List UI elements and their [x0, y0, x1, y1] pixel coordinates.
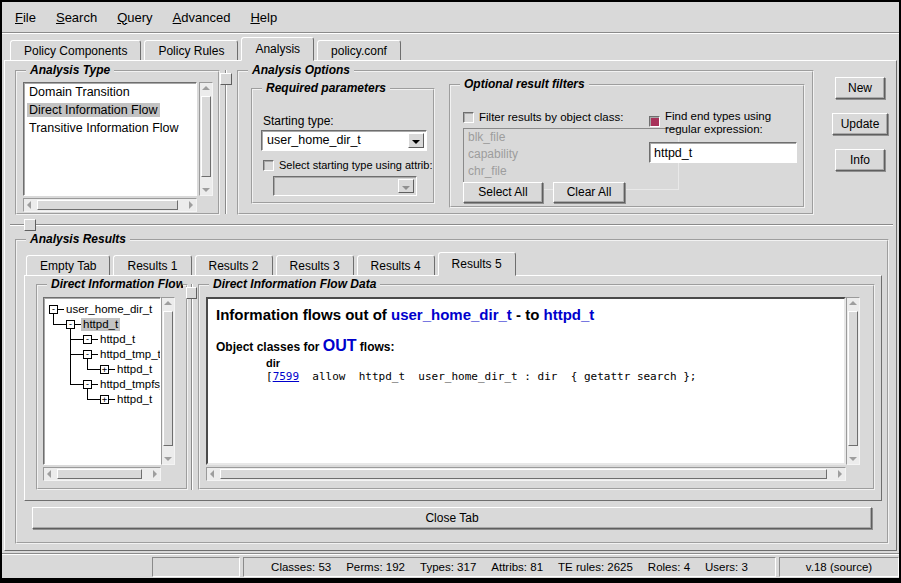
info-button[interactable]: Info [835, 149, 885, 171]
menu-search[interactable]: Search [46, 8, 107, 27]
tree-data-sash[interactable] [191, 284, 193, 490]
scrollbar-thumb[interactable] [37, 200, 178, 210]
options-sash-handle[interactable] [220, 73, 232, 85]
analysis-type-item[interactable]: Direct Information Flow [24, 101, 196, 119]
analysis-type-vscrollbar[interactable] [199, 82, 213, 196]
source-type: user_home_dir_t [391, 306, 512, 323]
analysis-type-item[interactable]: Domain Transition [24, 83, 196, 101]
scrollbar-thumb[interactable] [848, 311, 858, 446]
scrollbar-thumb[interactable] [57, 469, 142, 479]
scrollbar-thumb[interactable] [201, 96, 211, 177]
flow-tree-vscrollbar[interactable] [161, 297, 175, 465]
tree-node-httpd-t[interactable]: httpd_t [81, 318, 120, 331]
flow-data-text[interactable]: Information flows out of user_home_dir_t… [206, 297, 846, 465]
analysis-type-list[interactable]: Domain TransitionDirect Information Flow… [23, 82, 197, 196]
select-all-button[interactable]: Select All [463, 182, 543, 203]
object-class-item: chr_file [464, 163, 678, 180]
tree-collapse-icon[interactable]: - [83, 350, 92, 359]
tree-connector-line [87, 369, 100, 370]
starting-type-combobox[interactable]: user_home_dir_t [261, 130, 427, 151]
results-sash[interactable] [10, 224, 893, 226]
tree-expand-icon[interactable]: + [100, 365, 109, 374]
object-class-item: capability [464, 146, 678, 163]
statusbar-divider [2, 553, 899, 555]
object-class-checkbox-label: Filter results by object class: [479, 111, 623, 123]
tab-analysis[interactable]: Analysis [241, 37, 314, 61]
stat-roles: Roles: 4 [648, 561, 690, 573]
close-tab-button[interactable]: Close Tab [32, 507, 872, 529]
attrib-checkbox[interactable] [263, 160, 274, 171]
tree-collapse-icon[interactable]: - [66, 320, 75, 329]
rule-id-link[interactable]: 7599 [273, 370, 300, 383]
main-tab-bar: Policy ComponentsPolicy RulesAnalysispol… [10, 37, 404, 61]
results-tab-results-3[interactable]: Results 3 [276, 255, 354, 276]
tree-data-sash-handle[interactable] [186, 287, 197, 299]
analysis-type-hscrollbar[interactable] [23, 198, 197, 212]
options-sash[interactable] [225, 70, 227, 214]
tree-node-httpd-t[interactable]: httpd_t [115, 393, 154, 406]
scrollbar-thumb[interactable] [220, 469, 827, 479]
tree-expand-icon[interactable]: + [100, 395, 109, 404]
scroll-left-icon[interactable] [27, 201, 31, 209]
scroll-right-icon[interactable] [153, 470, 157, 478]
tree-node-user-home-dir-t[interactable]: user_home_dir_t [64, 303, 154, 316]
tab-policy-conf[interactable]: policy.conf [317, 40, 401, 61]
menu-advanced[interactable]: Advanced [163, 8, 241, 27]
results-tab-results-4[interactable]: Results 4 [357, 255, 435, 276]
flow-tree[interactable]: -user_home_dir_t-httpd_t-httpd_t-httpd_t… [43, 297, 161, 465]
results-sash-handle[interactable] [24, 219, 36, 231]
menu-query[interactable]: Query [107, 8, 162, 27]
menu-file[interactable]: File [5, 8, 46, 27]
tree-node-httpd-tmpfs-t[interactable]: httpd_tmpfs_t [98, 378, 161, 391]
object-class-list: blk_filecapabilitychr_file [463, 128, 679, 190]
scroll-down-icon[interactable] [849, 457, 857, 461]
stat-te-rules: TE rules: 2625 [558, 561, 633, 573]
scrollbar-thumb[interactable] [163, 311, 173, 446]
tree-connector-line [70, 384, 83, 385]
scroll-up-icon[interactable] [202, 86, 210, 90]
stat-attribs: Attribs: 81 [491, 561, 543, 573]
analysis-options-group: Analysis Options Required parameters Sta… [237, 70, 814, 215]
object-class-checkbox[interactable] [463, 112, 474, 123]
flow-data-hscrollbar[interactable] [206, 467, 846, 481]
scroll-up-icon[interactable] [849, 301, 857, 305]
results-tab-results-5[interactable]: Results 5 [438, 252, 516, 276]
flow-tree-hscrollbar[interactable] [43, 467, 161, 481]
tab-policy-components[interactable]: Policy Components [10, 40, 141, 61]
results-tab-results-2[interactable]: Results 2 [195, 255, 273, 276]
scroll-down-icon[interactable] [164, 457, 172, 461]
results-tab-empty-tab[interactable]: Empty Tab [26, 255, 110, 276]
tree-node-httpd-t[interactable]: httpd_t [98, 333, 137, 346]
clear-all-button[interactable]: Clear All [553, 182, 625, 203]
flow-direction: OUT [323, 337, 357, 354]
tree-collapse-icon[interactable]: - [83, 380, 92, 389]
starting-type-dropdown-button[interactable] [408, 133, 424, 148]
tree-connector-line [87, 359, 88, 369]
analysis-results-title: Analysis Results [26, 232, 130, 246]
regex-checkbox[interactable] [649, 116, 660, 127]
scroll-up-icon[interactable] [164, 301, 172, 305]
tree-collapse-icon[interactable]: - [49, 305, 58, 314]
tab-policy-rules[interactable]: Policy Rules [144, 40, 238, 61]
scroll-down-icon[interactable] [202, 188, 210, 192]
new-button[interactable]: New [835, 77, 885, 99]
tree-collapse-icon[interactable]: - [83, 335, 92, 344]
tree-connector-line [87, 389, 88, 399]
regex-input[interactable] [649, 142, 797, 163]
menu-help[interactable]: Help [240, 8, 287, 27]
optional-filters-group: Optional result filters Filter results b… [449, 84, 805, 208]
analysis-type-item[interactable]: Transitive Information Flow [24, 119, 196, 137]
tree-connector-line [53, 324, 66, 325]
scroll-right-icon[interactable] [189, 201, 193, 209]
attrib-checkbox-label: Select starting type using attrib: [279, 159, 432, 171]
results-tab-results-1[interactable]: Results 1 [113, 255, 191, 276]
scroll-right-icon[interactable] [838, 470, 842, 478]
tree-node-httpd-tmp-t[interactable]: httpd_tmp_t [98, 348, 161, 361]
policy-stats: Classes: 53Perms: 192Types: 317Attribs: … [271, 561, 748, 573]
flow-data-group: Direct Information Flow Data Information… [198, 284, 875, 490]
tree-node-httpd-t[interactable]: httpd_t [115, 363, 154, 376]
update-button[interactable]: Update [832, 113, 888, 135]
scroll-left-icon[interactable] [210, 470, 214, 478]
scroll-left-icon[interactable] [47, 470, 51, 478]
flow-data-vscrollbar[interactable] [846, 297, 860, 465]
